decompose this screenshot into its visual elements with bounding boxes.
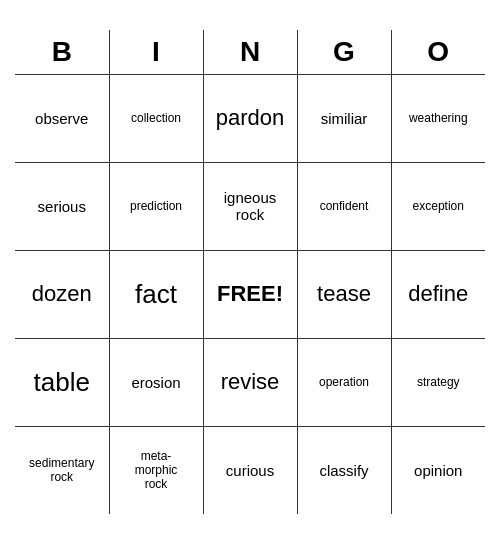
cell-text-r3-c4: strategy [394, 375, 484, 389]
cell-text-r4-c4: opinion [394, 462, 484, 479]
cell-r3-c3: operation [297, 338, 391, 426]
cell-text-r2-c0: dozen [17, 281, 107, 307]
cell-text-r0-c1: collection [112, 111, 201, 125]
cell-r4-c2: curious [203, 426, 297, 514]
cell-r2-c3: tease [297, 250, 391, 338]
cell-r2-c0: dozen [15, 250, 109, 338]
cell-r0-c2: pardon [203, 74, 297, 162]
cell-text-r1-c3: confident [300, 199, 389, 213]
cell-r0-c1: collection [109, 74, 203, 162]
bingo-card: BINGO observecollectionpardonsimiliarwea… [15, 30, 485, 514]
cell-text-r0-c4: weathering [394, 111, 484, 125]
cell-r4-c3: classify [297, 426, 391, 514]
cell-text-r1-c1: prediction [112, 199, 201, 213]
cell-r4-c4: opinion [391, 426, 485, 514]
cell-r3-c1: erosion [109, 338, 203, 426]
cell-text-r4-c3: classify [300, 462, 389, 479]
bingo-header-B: B [15, 30, 109, 74]
cell-text-r2-c4: define [394, 281, 484, 307]
cell-r1-c0: serious [15, 162, 109, 250]
bingo-header-N: N [203, 30, 297, 74]
cell-text-r0-c3: similiar [300, 110, 389, 127]
cell-r1-c1: prediction [109, 162, 203, 250]
cell-text-r4-c0: sedimentaryrock [17, 456, 107, 484]
cell-text-r3-c2: revise [206, 369, 295, 395]
bingo-header-G: G [297, 30, 391, 74]
cell-text-r3-c0: table [17, 367, 107, 398]
cell-text-r3-c3: operation [300, 375, 389, 389]
cell-r0-c0: observe [15, 74, 109, 162]
cell-r3-c2: revise [203, 338, 297, 426]
cell-r4-c1: meta-morphicrock [109, 426, 203, 514]
cell-r1-c2: igneousrock [203, 162, 297, 250]
cell-text-r2-c2: FREE! [206, 281, 295, 307]
cell-text-r4-c2: curious [206, 462, 295, 479]
cell-text-r1-c4: exception [394, 199, 484, 213]
cell-text-r3-c1: erosion [112, 374, 201, 391]
cell-r1-c3: confident [297, 162, 391, 250]
cell-r4-c0: sedimentaryrock [15, 426, 109, 514]
bingo-header-O: O [391, 30, 485, 74]
cell-r1-c4: exception [391, 162, 485, 250]
cell-r0-c3: similiar [297, 74, 391, 162]
bingo-header-I: I [109, 30, 203, 74]
cell-text-r1-c2: igneousrock [206, 189, 295, 223]
cell-r2-c1: fact [109, 250, 203, 338]
cell-text-r1-c0: serious [17, 198, 107, 215]
cell-r3-c0: table [15, 338, 109, 426]
cell-r2-c2: FREE! [203, 250, 297, 338]
cell-r2-c4: define [391, 250, 485, 338]
cell-text-r4-c1: meta-morphicrock [112, 449, 201, 491]
cell-text-r0-c2: pardon [206, 105, 295, 131]
cell-text-r0-c0: observe [17, 110, 107, 127]
cell-r3-c4: strategy [391, 338, 485, 426]
cell-text-r2-c3: tease [300, 281, 389, 307]
cell-text-r2-c1: fact [112, 279, 201, 310]
cell-r0-c4: weathering [391, 74, 485, 162]
